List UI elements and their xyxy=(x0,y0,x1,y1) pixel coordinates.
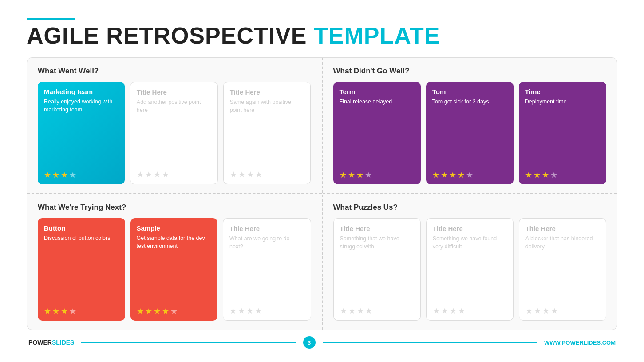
quadrant-puzzles-us: What Puzzles Us? Title Here Something th… xyxy=(323,194,617,330)
star-3: ★ xyxy=(154,170,161,179)
brand-part1: POWER xyxy=(28,339,52,346)
card-puzzle-1[interactable]: Title Here Something that we have strugg… xyxy=(333,218,421,321)
star-1: ★ xyxy=(525,306,533,316)
card-body: Something we have found very difficult xyxy=(433,235,507,302)
quadrant-trying-next: What We're Trying Next? Button Discussio… xyxy=(27,194,322,330)
card-body: Get sample data for the dev test environ… xyxy=(137,235,212,303)
card-stars: ★ ★ ★ ★ xyxy=(230,170,304,179)
star-2: ★ xyxy=(348,306,356,316)
star-1: ★ xyxy=(340,306,347,316)
card-stars: ★ ★ ★ ★ xyxy=(433,306,507,316)
star-3: ★ xyxy=(542,306,549,316)
card-empty-2[interactable]: Title Here Same again with positive poin… xyxy=(223,82,311,184)
footer-line-right xyxy=(323,342,537,343)
star-2: ★ xyxy=(145,306,152,316)
card-body: Really enjoyed working with marketing te… xyxy=(44,98,119,167)
star-1: ★ xyxy=(44,170,51,180)
card-title: Title Here xyxy=(525,225,600,232)
star-2: ★ xyxy=(238,306,245,316)
star-2: ★ xyxy=(441,306,448,316)
star-4: ★ xyxy=(255,306,262,316)
star-3: ★ xyxy=(246,306,253,316)
card-term[interactable]: Term Final release delayed ★ ★ ★ ★ xyxy=(333,82,421,184)
header: AGILE RETROSPECTIVE TEMPLATE xyxy=(27,18,617,48)
went-well-cards: Marketing team Really enjoyed working wi… xyxy=(38,82,311,184)
card-title: Title Here xyxy=(229,225,304,232)
star-1: ★ xyxy=(432,170,439,180)
footer: POWERSLIDES 3 WWW.POWERLIDES.COM xyxy=(27,336,617,349)
card-empty-3[interactable]: Title Here What are we going to do next?… xyxy=(223,218,311,321)
main-board: What Went Well? Marketing team Really en… xyxy=(27,57,617,330)
star-3: ★ xyxy=(247,170,254,179)
card-empty-1[interactable]: Title Here Add another positive point he… xyxy=(130,82,218,184)
card-stars: ★ ★ ★ ★ xyxy=(525,170,600,180)
star-3: ★ xyxy=(61,306,68,316)
card-marketing-team[interactable]: Marketing team Really enjoyed working wi… xyxy=(38,82,125,184)
star-5: ★ xyxy=(466,170,473,180)
title-part2: TEMPLATE xyxy=(314,23,440,48)
star-3: ★ xyxy=(542,170,549,180)
card-body: Add another positive point here xyxy=(137,99,211,166)
card-stars: ★ ★ ★ ★ xyxy=(340,170,415,180)
card-time[interactable]: Time Deployment time ★ ★ ★ ★ xyxy=(519,82,606,184)
card-body: Discussion of button colors xyxy=(44,235,119,303)
star-5: ★ xyxy=(170,306,178,316)
star-1: ★ xyxy=(340,170,347,180)
star-4: ★ xyxy=(69,170,76,180)
card-title: Title Here xyxy=(433,225,507,232)
star-4: ★ xyxy=(458,170,465,180)
card-body: Tom got sick for 2 days xyxy=(432,98,507,167)
quadrant-went-well: What Went Well? Marketing team Really en… xyxy=(27,58,322,194)
card-title: Button xyxy=(44,224,119,232)
card-stars: ★ ★ ★ ★ xyxy=(340,306,414,316)
star-1: ★ xyxy=(44,306,51,316)
card-puzzle-3[interactable]: Title Here A blocker that has hindered d… xyxy=(519,218,606,321)
didnt-go-well-cards: Term Final release delayed ★ ★ ★ ★ Tom T… xyxy=(333,82,607,184)
star-2: ★ xyxy=(238,170,245,179)
card-stars: ★ ★ ★ ★ xyxy=(137,170,211,179)
star-2: ★ xyxy=(441,170,448,180)
star-3: ★ xyxy=(357,306,364,316)
star-3: ★ xyxy=(356,170,363,180)
footer-brand: POWERSLIDES xyxy=(28,339,74,346)
card-puzzle-2[interactable]: Title Here Something we have found very … xyxy=(426,218,514,321)
card-stars: ★ ★ ★ ★ xyxy=(229,306,304,316)
star-1: ★ xyxy=(229,306,237,316)
trying-next-title: What We're Trying Next? xyxy=(38,203,311,212)
card-sample[interactable]: Sample Get sample data for the dev test … xyxy=(130,218,218,321)
star-1: ★ xyxy=(137,306,144,316)
card-title: Title Here xyxy=(230,88,304,96)
star-2: ★ xyxy=(52,170,59,180)
card-stars: ★ ★ ★ ★ xyxy=(525,306,600,316)
card-body: Same again with positive point here xyxy=(230,99,304,166)
accent-line xyxy=(27,18,75,20)
puzzles-us-title: What Puzzles Us? xyxy=(333,203,607,212)
card-title: Tom xyxy=(432,88,507,95)
quadrant-didnt-go-well: What Didn't Go Well? Term Final release … xyxy=(323,58,617,194)
footer-line-left xyxy=(81,342,296,343)
didnt-go-well-title: What Didn't Go Well? xyxy=(333,67,607,76)
brand-part2: SLIDES xyxy=(52,339,75,346)
board-left: What Went Well? Marketing team Really en… xyxy=(27,58,323,330)
card-title: Title Here xyxy=(137,88,211,96)
star-4: ★ xyxy=(458,306,465,316)
star-4: ★ xyxy=(162,170,169,179)
went-well-title: What Went Well? xyxy=(38,67,311,76)
board-right: What Didn't Go Well? Term Final release … xyxy=(323,58,617,330)
card-button[interactable]: Button Discussion of button colors ★ ★ ★… xyxy=(38,218,125,321)
footer-page-number: 3 xyxy=(303,336,316,349)
card-title: Title Here xyxy=(340,225,414,232)
star-2: ★ xyxy=(348,170,355,180)
page: AGILE RETROSPECTIVE TEMPLATE What Went W… xyxy=(0,0,644,362)
page-title: AGILE RETROSPECTIVE TEMPLATE xyxy=(27,23,617,48)
card-body: What are we going to do next? xyxy=(229,235,304,302)
card-tom[interactable]: Tom Tom got sick for 2 days ★ ★ ★ ★ ★ xyxy=(426,82,514,184)
star-3: ★ xyxy=(450,306,457,316)
title-part1: AGILE RETROSPECTIVE xyxy=(27,23,314,48)
star-4: ★ xyxy=(550,170,557,180)
card-title: Sample xyxy=(137,224,212,232)
star-2: ★ xyxy=(145,170,152,179)
star-4: ★ xyxy=(365,170,372,180)
star-2: ★ xyxy=(52,306,59,316)
star-4: ★ xyxy=(365,306,372,316)
